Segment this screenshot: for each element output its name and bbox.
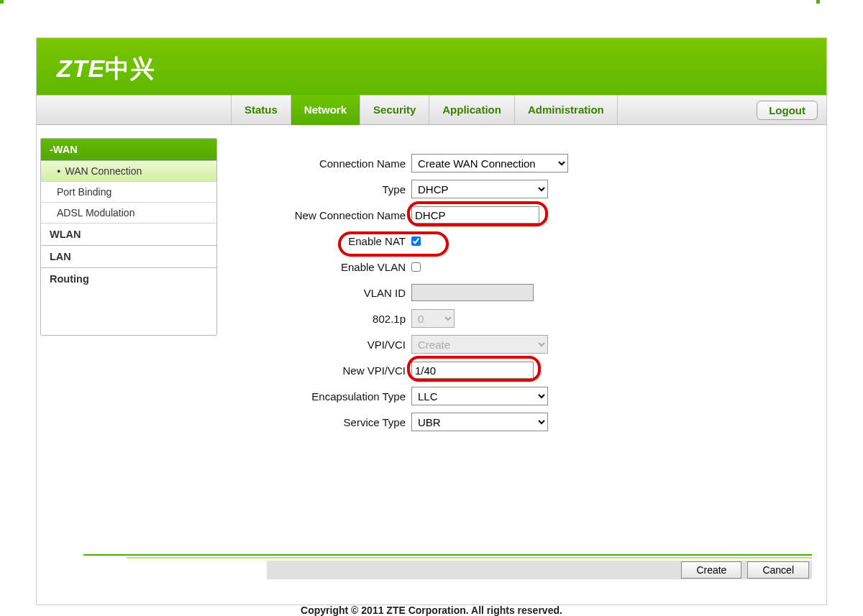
sidebar-item-adsl-modulation[interactable]: ADSL Modulation [41, 203, 216, 224]
brand-logo: ZTE中兴 [37, 38, 826, 86]
tab-status[interactable]: Status [231, 95, 291, 125]
select-encapsulation-type[interactable]: LLC [411, 387, 548, 405]
sidebar-section-wlan[interactable]: WLAN [41, 224, 216, 246]
sidebar-section-wan[interactable]: -WAN [41, 139, 216, 161]
annotation-highlight-icon [338, 231, 449, 257]
input-vlan-id [411, 284, 534, 301]
select-vpivci: Create [411, 335, 548, 354]
select-type[interactable]: DHCP [411, 180, 548, 198]
sidebar-item-port-binding[interactable]: Port Binding [41, 182, 216, 203]
label-new-connection-name: New Connection Name [246, 209, 411, 221]
logo-en: ZTE [57, 55, 105, 82]
header: ZTE中兴 [37, 38, 826, 95]
label-8021p: 802.1p [246, 313, 411, 325]
tab-application[interactable]: Application [429, 95, 515, 125]
label-service-type: Service Type [246, 416, 411, 428]
sidebar: -WAN WAN Connection Port Binding ADSL Mo… [40, 138, 217, 336]
sidebar-section-lan[interactable]: LAN [41, 246, 216, 268]
create-button[interactable]: Create [681, 561, 741, 579]
select-service-type[interactable]: UBR [411, 413, 548, 431]
tab-security[interactable]: Security [360, 95, 429, 125]
label-vpivci: VPI/VCI [246, 339, 411, 351]
logout-button[interactable]: Logout [757, 101, 818, 120]
divider [83, 554, 812, 558]
tab-network[interactable]: Network [291, 95, 360, 125]
copyright-text: Copyright © 2011 ZTE Corporation. All ri… [37, 604, 826, 616]
select-8021p: 0 [411, 309, 455, 328]
form-panel: Connection Name Create WAN Connection Ty… [217, 125, 826, 573]
label-type: Type [246, 183, 411, 196]
label-new-vpivci: New VPI/VCI [246, 364, 411, 377]
input-new-connection-name[interactable] [411, 206, 539, 224]
label-enable-vlan: Enable VLAN [246, 261, 411, 273]
action-bar: Create Cancel [267, 561, 812, 579]
tab-administration[interactable]: Administration [515, 95, 618, 125]
top-nav: Status Network Security Application Admi… [37, 95, 826, 125]
app-frame: ZTE中兴 Status Network Security Applicatio… [36, 37, 827, 605]
cancel-button[interactable]: Cancel [747, 561, 809, 579]
logo-cn: 中兴 [105, 55, 155, 82]
input-new-vpivci[interactable] [411, 362, 534, 379]
label-encapsulation-type: Encapsulation Type [246, 390, 411, 403]
label-connection-name: Connection Name [246, 157, 411, 170]
checkbox-enable-vlan[interactable] [411, 262, 421, 272]
sidebar-item-wan-connection[interactable]: WAN Connection [41, 161, 216, 182]
label-vlan-id: VLAN ID [246, 287, 411, 299]
sidebar-section-routing[interactable]: Routing [41, 268, 216, 290]
select-connection-name[interactable]: Create WAN Connection [411, 154, 568, 173]
